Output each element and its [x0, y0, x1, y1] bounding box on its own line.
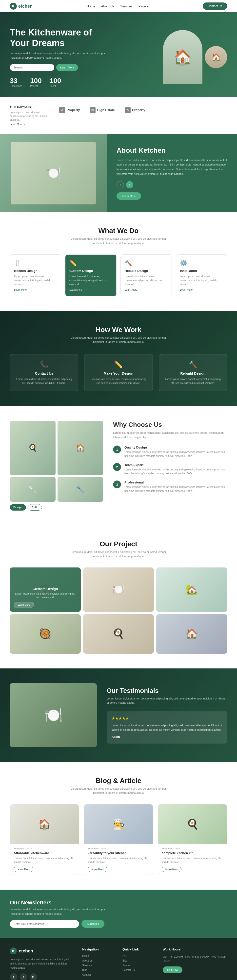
services-grid: 🍴 Kitchen Design Lorem ipsum dolor sit a… — [10, 255, 227, 296]
blog-post-title-3: complete kitchen kit — [162, 851, 223, 855]
service-installation-icon: ⚙️ — [180, 259, 223, 266]
what-we-do-subtitle: Lorem ipsum dolor sit amet, consectetur … — [69, 237, 168, 245]
service-rebuild-design[interactable]: 🔨 Rebuild Design Lorem ipsum dolor sit a… — [120, 255, 172, 296]
testimonials-section: 🍽️ Our Testimonials Lorem ipsum dolor si… — [0, 668, 237, 762]
partners-link[interactable]: Learn More → — [10, 123, 26, 126]
why-image-grid: 🍳 🏠 🥄 🔧 — [10, 421, 103, 502]
partners-logos: 🏠 Property 🏢 High Estate 🏠 Property — [59, 105, 227, 113]
footer-top: K etchen Lorem ipsum dolor sit amet, con… — [10, 948, 227, 980]
social-instagram[interactable]: in — [30, 974, 37, 980]
blog-body-1: November 7, 2022 Affordable kitchenware … — [10, 844, 79, 875]
testimonial-review: Lorem ipsum dolor sit amet, consectetur … — [112, 723, 222, 732]
footer-quick-blog[interactable]: Blog — [122, 959, 155, 962]
footer-nav-home[interactable]: Home — [82, 955, 115, 957]
why-feature-quality: 1 Quality Design Lorem ipsum is simply d… — [113, 445, 227, 458]
service-installation[interactable]: ⚙️ Installation Lorem ipsum dolor sit am… — [176, 255, 227, 296]
project-item-2[interactable]: 🍽️ — [83, 568, 154, 612]
service-kitchen-design[interactable]: 🍴 Kitchen Design Lorem ipsum dolor sit a… — [10, 255, 61, 296]
blog-body-3: November 7, 2022 complete kitchen kit Lo… — [158, 844, 227, 875]
why-image-1: 🍳 — [10, 421, 56, 475]
blog-title: Blog & Article — [10, 777, 227, 785]
step-contact-desc: Lorem ipsum dolor sit amet, consectetur … — [15, 377, 73, 385]
partners-title: Our Partners — [10, 105, 50, 109]
partner-2-icon: 🏢 — [90, 107, 96, 113]
footer-hours-col: Work Hours Mon - Fri: 9:00 AM - 6:00 PM … — [163, 948, 227, 980]
partner-1-name: Property — [67, 108, 80, 112]
project-desc-1: Lorem ipsum dolor sit amet, consectetur … — [14, 592, 77, 599]
project-image-5: 🍳 — [83, 614, 154, 654]
blog-post-link-2[interactable]: Learn More — [88, 867, 107, 872]
logo[interactable]: K etchen — [10, 3, 33, 10]
hero-description: Lorem ipsum dolor sit amet, consectetur … — [10, 51, 114, 60]
hero-stats: 33 Experience 100 Project 100 Client — [10, 77, 114, 88]
partners-section: Our Partners Lorem ipsum dolor sit amet,… — [0, 97, 237, 134]
why-tag-design[interactable]: Design — [10, 504, 26, 511]
search-button[interactable]: Learn More — [56, 64, 78, 71]
hero-section: The Kitchenware of Your Dreams Lorem ips… — [0, 12, 237, 97]
blog-date-2: November 7, 2022 — [88, 847, 149, 850]
why-feature-expert-desc: Lorem ipsum is simply dummy text of the … — [125, 468, 227, 476]
step-contact-title: Contact Us — [15, 371, 73, 375]
footer-quick-contact[interactable]: Contact Us — [122, 969, 155, 971]
partners-description: Lorem ipsum dolor sit amet, consectetur … — [10, 111, 50, 122]
footer-quick-support[interactable]: Support — [122, 964, 155, 967]
partner-2-name: High Estate — [97, 108, 115, 112]
nav-about[interactable]: About Us — [101, 5, 114, 8]
footer-nav-services[interactable]: Services — [82, 964, 115, 967]
blog-post-link-1[interactable]: Learn More — [14, 867, 33, 872]
nav-page[interactable]: Page ▾ — [138, 5, 149, 8]
blog-post-link-3[interactable]: Learn More — [162, 867, 181, 872]
nav-services[interactable]: Services — [120, 5, 133, 8]
blog-card-1: 🏠 November 7, 2022 Affordable kitchenwar… — [10, 804, 79, 875]
service-kitchen-link[interactable]: Learn More → — [14, 288, 57, 291]
service-rebuild-desc: Lorem ipsum dolor sit amet, consectetur … — [125, 275, 168, 286]
why-tag-build[interactable]: Build — [28, 504, 42, 511]
why-feature-quality-text: Quality Design Lorem ipsum is simply dum… — [125, 445, 227, 458]
step-contact: 📞 Contact Us Lorem ipsum dolor sit amet,… — [10, 354, 78, 391]
project-title: Our Project — [10, 540, 227, 548]
prev-arrow-button[interactable]: ‹ — [117, 181, 124, 188]
project-item-6[interactable]: 🏠 — [156, 614, 227, 654]
service-custom-design[interactable]: ✏️ Custom Design Lorem ipsum dolor sit a… — [65, 255, 117, 296]
newsletter-subscribe-button[interactable]: Subscribe — [82, 920, 104, 928]
partner-2: 🏢 High Estate — [90, 107, 115, 113]
steps-grid: 📞 Contact Us Lorem ipsum dolor sit amet,… — [10, 354, 227, 391]
project-item-3[interactable]: 🏡 — [156, 568, 227, 612]
project-item-4[interactable]: 🥘 — [10, 614, 81, 654]
social-links: f t in — [10, 974, 74, 980]
footer-quick-faq[interactable]: FAQ — [122, 955, 155, 957]
project-btn-1[interactable]: Learn More — [14, 602, 34, 608]
about-learn-button[interactable]: Learn More — [117, 192, 141, 200]
footer-nav-blog[interactable]: Blog — [82, 969, 115, 971]
social-facebook[interactable]: f — [10, 974, 17, 980]
why-feature-professional-desc: Lorem ipsum is simply dummy text of the … — [125, 485, 227, 493]
step-rebuild-title: Rebuild Design — [164, 371, 222, 375]
project-subtitle: Lorem ipsum dolor sit amet, consectetur … — [69, 550, 168, 558]
service-installation-link[interactable]: Learn More → — [180, 288, 223, 291]
stat-project-label: Project — [30, 85, 42, 88]
next-arrow-button[interactable]: › — [126, 181, 133, 188]
social-twitter[interactable]: t — [20, 974, 27, 980]
footer-quick-title: Quick Link — [122, 948, 155, 951]
nav-home[interactable]: Home — [86, 5, 95, 8]
newsletter-email-input[interactable] — [10, 920, 79, 928]
service-rebuild-link[interactable]: Learn More → — [125, 288, 168, 291]
project-item-1[interactable]: 🏠 Custom Design Lorem ipsum dolor sit am… — [10, 568, 81, 612]
blog-post-desc-3: Lorem ipsum dolor sit amet, consectetur … — [162, 856, 223, 864]
our-project-section: Our Project Lorem ipsum dolor sit amet, … — [0, 525, 237, 668]
hero-search-bar: Learn More — [10, 64, 114, 71]
footer-nav-about[interactable]: About Us — [82, 959, 115, 962]
footer-nav-contact[interactable]: Contact — [82, 974, 115, 976]
footer-call-button[interactable]: Call Now — [163, 966, 183, 974]
blog-body-2: November 7, 2022 versatility to your kit… — [84, 844, 153, 875]
search-input[interactable] — [10, 64, 54, 71]
hero-images: 🏠 — [163, 30, 227, 84]
stat-client-num: 100 — [50, 77, 61, 85]
newsletter-description: Lorem ipsum dolor sit amet, consectetur … — [10, 907, 109, 916]
project-item-5[interactable]: 🍳 — [83, 614, 154, 654]
nav-cta-button[interactable]: Contact Us — [203, 2, 227, 10]
step-rebuild: 🔨 Rebuild Design Lorem ipsum dolor sit a… — [159, 354, 227, 391]
service-custom-link[interactable]: Learn More → — [69, 288, 112, 291]
why-feature-professional: 3 Professional Lorem ipsum is simply dum… — [113, 480, 227, 493]
blog-section: Blog & Article Lorem ipsum dolor sit ame… — [0, 762, 237, 889]
